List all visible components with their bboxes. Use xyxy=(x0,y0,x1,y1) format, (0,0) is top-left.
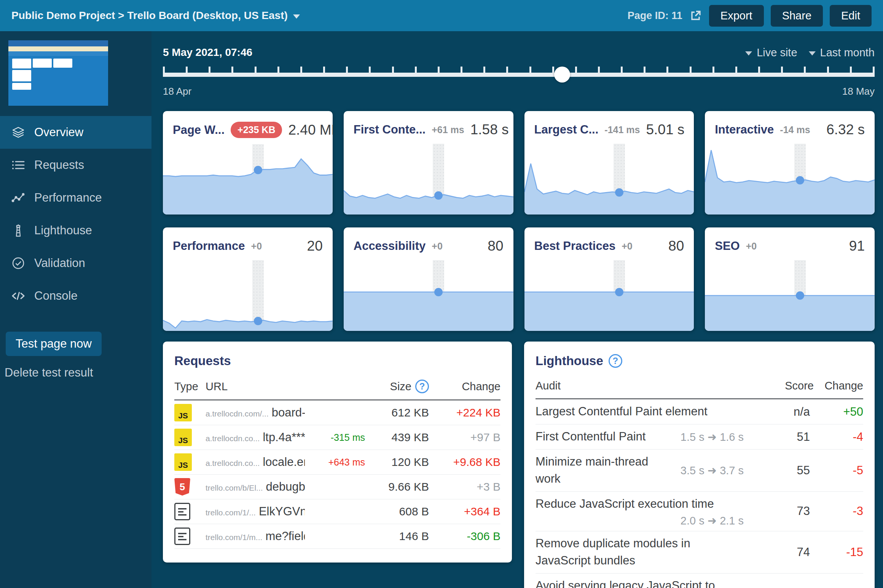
request-size: 612 KB xyxy=(392,406,429,419)
sidebar-item-performance[interactable]: Performance xyxy=(0,181,151,214)
main-content: 5 May 2021, 07:46 Live site Last month 1… xyxy=(151,31,883,588)
audit-row[interactable]: Minimize main-thread work3.5 s ➜ 3.7 s 5… xyxy=(536,450,863,492)
timeline-tick xyxy=(598,67,600,73)
sidebar-item-console[interactable]: Console xyxy=(0,280,151,312)
timeline-tick xyxy=(712,67,714,73)
request-size: 9.66 KB xyxy=(388,480,429,493)
metric-value: 5.01 s xyxy=(646,122,684,138)
sidebar-item-label: Requests xyxy=(34,158,84,172)
current-test-marker-dot[interactable] xyxy=(434,191,443,200)
sidebar-item-lighthouse[interactable]: Lighthouse xyxy=(0,214,151,247)
timeline-tick xyxy=(186,67,188,73)
request-change: +9.68 KB xyxy=(453,456,500,469)
metric-change-badge: +0 xyxy=(251,241,262,252)
timeline-date-label: 5 May 2021, 07:46 xyxy=(163,46,252,59)
export-button[interactable]: Export xyxy=(709,5,764,27)
chevron-down-icon xyxy=(293,14,300,19)
metric-change-badge: +235 KB xyxy=(231,122,282,138)
timeline-tick xyxy=(323,67,325,73)
metric-card-performance-score[interactable]: Performance +0 20 xyxy=(163,227,333,331)
audit-change: -4 xyxy=(853,430,863,444)
audit-row[interactable]: Reduce JavaScript execution time2.0 s ➜ … xyxy=(536,492,863,531)
share-button[interactable]: Share xyxy=(771,5,823,27)
filetype-js-icon xyxy=(174,453,192,471)
timeline-tick xyxy=(827,67,829,73)
metric-value: 91 xyxy=(849,238,865,254)
timeline-tick xyxy=(255,67,257,73)
audit-change: -15 xyxy=(846,545,863,559)
timeline-tick xyxy=(690,67,692,73)
period-label: Last month xyxy=(820,46,875,59)
edit-button[interactable]: Edit xyxy=(830,5,872,27)
metric-card-accessibility-score[interactable]: Accessibility +0 80 xyxy=(344,227,513,331)
timing-change: +643 ms xyxy=(328,457,365,468)
request-row[interactable]: trello.com/b/El...debugbear-demo-boa... … xyxy=(174,475,500,499)
metric-card-page-weight[interactable]: Page W... +235 KB 2.40 MB xyxy=(163,111,333,215)
current-test-marker-dot[interactable] xyxy=(615,188,623,197)
request-row[interactable]: trello.com/1/m...me?fields=oneTimeM... 1… xyxy=(174,524,500,549)
audit-detail: 2.0 s ➜ 2.1 s xyxy=(681,514,744,527)
request-row[interactable]: a.trellocdn.com/...board-view.66***.js 6… xyxy=(174,400,500,425)
help-icon[interactable]: ? xyxy=(609,354,622,368)
timeline-handle[interactable] xyxy=(554,67,570,83)
metric-value: 2.40 MB xyxy=(288,122,332,138)
audit-detail: 3.5 s ➜ 3.7 s xyxy=(681,464,744,477)
audit-row[interactable]: Remove duplicate modules in JavaScript b… xyxy=(536,531,863,574)
metric-change-badge: +61 ms xyxy=(432,124,464,135)
current-test-marker-dot[interactable] xyxy=(434,288,443,296)
request-row[interactable]: a.trellocdn.co...ltp.4a***.js -315 ms 43… xyxy=(174,425,500,450)
audit-name: Minimize main-thread work xyxy=(536,453,674,488)
current-test-marker-dot[interactable] xyxy=(254,166,262,174)
current-test-marker-dot[interactable] xyxy=(615,288,623,296)
current-test-marker-dot[interactable] xyxy=(796,291,804,300)
timeline-track[interactable] xyxy=(163,73,875,77)
check-circle-icon xyxy=(11,256,25,270)
sidebar-item-validation[interactable]: Validation xyxy=(0,247,151,280)
url-prefix: a.trellocdn.co... xyxy=(206,434,260,443)
audit-row[interactable]: Largest Contentful Paint element n/a +50 xyxy=(536,399,863,424)
metric-title: Performance xyxy=(173,239,245,253)
url-prefix: trello.com/1/m... xyxy=(206,533,262,542)
timeline-tick xyxy=(483,67,485,73)
metric-sparkline xyxy=(163,260,333,331)
timing-change: -315 ms xyxy=(331,432,365,443)
metric-title: Largest C... xyxy=(534,123,599,137)
metric-card-interactive[interactable]: Interactive -14 ms 6.32 s xyxy=(705,111,875,215)
sidebar-item-requests[interactable]: Requests xyxy=(0,149,151,181)
timeline-start-label: 18 Apr xyxy=(163,86,191,97)
metric-sparkline xyxy=(524,144,694,215)
metric-card-first-contentful-paint[interactable]: First Conte... +61 ms 1.58 s xyxy=(344,111,513,215)
metric-card-largest-contentful-paint[interactable]: Largest C... -141 ms 5.01 s xyxy=(524,111,694,215)
sidebar-item-label: Performance xyxy=(34,191,102,205)
metric-title: First Conte... xyxy=(354,123,426,137)
metric-sparkline xyxy=(524,260,694,331)
request-row[interactable]: a.trellocdn.co...locale.en-US.a0... +643… xyxy=(174,450,500,475)
column-size: Size xyxy=(390,380,411,393)
current-test-marker-dot[interactable] xyxy=(796,176,804,184)
audit-row[interactable]: Avoid serving legacy JavaScript to moder… xyxy=(536,574,863,588)
delete-test-result-link[interactable]: Delete test result xyxy=(5,366,151,380)
page-screenshot-thumbnail[interactable] xyxy=(8,40,108,106)
metric-cards-grid: Page W... +235 KB 2.40 MB First Conte...… xyxy=(163,111,875,331)
test-page-now-button[interactable]: Test page now xyxy=(6,332,102,356)
audit-score: 73 xyxy=(797,504,810,518)
url-name: locale.en-US.a0... xyxy=(263,455,305,469)
period-dropdown[interactable]: Last month xyxy=(809,46,875,59)
current-test-marker-dot[interactable] xyxy=(254,317,262,325)
help-icon[interactable]: ? xyxy=(415,380,429,393)
live-site-dropdown[interactable]: Live site xyxy=(745,46,797,59)
metric-title: Accessibility xyxy=(354,239,426,253)
metric-title: Interactive xyxy=(715,123,774,137)
breadcrumb[interactable]: Public Demo Project > Trello Board (Desk… xyxy=(11,10,300,22)
request-row[interactable]: trello.com/1/...ElkYGVnQ?fields=id,id...… xyxy=(174,499,500,524)
sidebar-item-overview[interactable]: Overview xyxy=(0,116,151,149)
app-header: Public Demo Project > Trello Board (Desk… xyxy=(0,0,883,31)
external-link-icon[interactable] xyxy=(689,9,702,22)
metric-card-best-practices-score[interactable]: Best Practices +0 80 xyxy=(524,227,694,331)
audit-row[interactable]: First Contentful Paint1.5 s ➜ 1.6 s 51 -… xyxy=(536,424,863,450)
sidebar: Overview Requests Performance Lighthou xyxy=(0,31,151,588)
thumbnail-navbar xyxy=(8,40,108,46)
timeline-slider[interactable] xyxy=(163,67,875,84)
metric-card-seo-score[interactable]: SEO +0 91 xyxy=(705,227,875,331)
metric-sparkline xyxy=(344,260,513,331)
